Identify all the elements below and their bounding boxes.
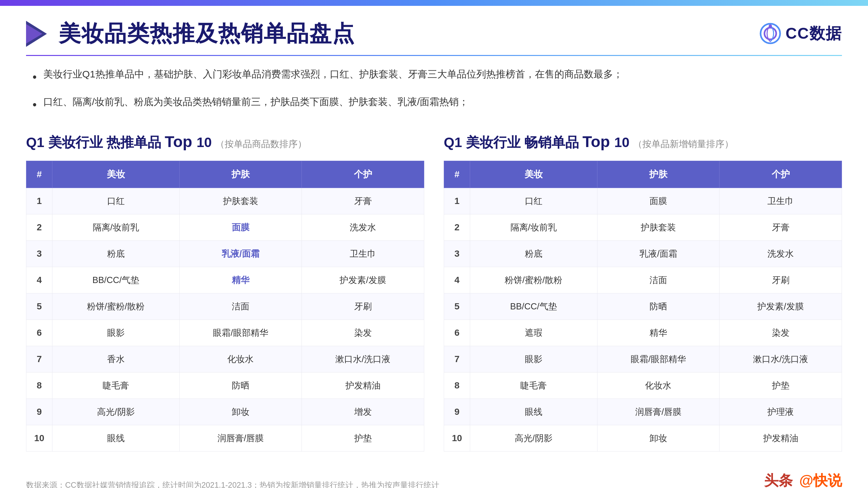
table1: # 美妆 护肤 个护 1 口红 护肤套装 牙膏 2 隔离/妆 bbox=[26, 161, 424, 452]
table2-col-personal: 个护 bbox=[719, 161, 842, 188]
cell-personal: 护发精油 bbox=[719, 425, 842, 451]
cell-makeup: 隔离/妆前乳 bbox=[470, 214, 597, 240]
footer: 数据来源：CC数据社媒营销情报追踪，统计时间为2021.1-2021.3；热销为… bbox=[0, 464, 868, 488]
cell-skincare: 面膜 bbox=[179, 214, 302, 240]
bullet-item-1: • 美妆行业Q1热推单品中，基础护肤、入门彩妆单品消费需求强烈，口红、护肤套装、… bbox=[33, 66, 835, 87]
cell-makeup: 眼线 bbox=[470, 398, 597, 425]
cell-personal: 护发素/发膜 bbox=[719, 293, 842, 320]
table-row: 6 遮瑕 精华 染发 bbox=[444, 320, 842, 346]
cell-skincare: 防晒 bbox=[597, 293, 719, 320]
table1-col-makeup: 美妆 bbox=[53, 161, 180, 188]
cell-makeup: 睫毛膏 bbox=[470, 372, 597, 398]
table-row: 6 眼影 眼霜/眼部精华 染发 bbox=[26, 320, 424, 346]
table-row: 4 粉饼/蜜粉/散粉 洁面 牙刷 bbox=[444, 267, 842, 293]
svg-point-3 bbox=[765, 28, 776, 39]
cell-skincare: 卸妆 bbox=[179, 398, 302, 425]
top-bar bbox=[0, 0, 868, 6]
table-row: 7 香水 化妆水 漱口水/洗口液 bbox=[26, 346, 424, 372]
cell-makeup: 遮瑕 bbox=[470, 320, 597, 346]
cell-makeup: 隔离/妆前乳 bbox=[53, 214, 180, 240]
footer-logo-kuaishou: @快说 bbox=[799, 471, 842, 488]
cell-skincare: 面膜 bbox=[597, 188, 719, 214]
cell-makeup: 眼线 bbox=[53, 425, 180, 451]
cell-skincare: 洁面 bbox=[179, 293, 302, 320]
cell-rank: 2 bbox=[26, 214, 53, 240]
bullet-dot-2: • bbox=[33, 95, 37, 115]
table2-head: # 美妆 护肤 个护 bbox=[444, 161, 842, 188]
cell-makeup: 粉饼/蜜粉/散粉 bbox=[470, 267, 597, 293]
table2-col-skincare: 护肤 bbox=[597, 161, 719, 188]
cell-makeup: 睫毛膏 bbox=[53, 372, 180, 398]
cell-rank: 4 bbox=[26, 267, 53, 293]
table2-container: CC数据 # 美妆 护肤 个护 1 口红 面膜 卫生巾 bbox=[444, 161, 842, 452]
table1-head: # 美妆 护肤 个护 bbox=[26, 161, 424, 188]
cell-makeup: 高光/阴影 bbox=[470, 425, 597, 451]
table-row: 4 BB/CC/气垫 精华 护发素/发膜 bbox=[26, 267, 424, 293]
table1-subtitle: （按单品商品数排序） bbox=[216, 139, 307, 149]
cell-personal: 护垫 bbox=[719, 372, 842, 398]
cell-rank: 8 bbox=[444, 372, 470, 398]
svg-point-4 bbox=[769, 24, 772, 28]
table1-body: 1 口红 护肤套装 牙膏 2 隔离/妆前乳 面膜 洗发水 3 粉底 乳液 bbox=[26, 188, 424, 451]
table-row: 1 口红 护肤套装 牙膏 bbox=[26, 188, 424, 214]
cell-rank: 7 bbox=[444, 346, 470, 372]
footer-logo-toutiao: 头条 bbox=[764, 471, 793, 488]
cell-makeup: BB/CC/气垫 bbox=[470, 293, 597, 320]
cell-makeup: 高光/阴影 bbox=[53, 398, 180, 425]
table1-block: Q1 美妆行业 热推单品 Top 10 （按单品商品数排序） CC数据 # 美妆… bbox=[26, 131, 424, 451]
cell-personal: 护发精油 bbox=[302, 372, 424, 398]
table1-col-personal: 个护 bbox=[302, 161, 424, 188]
cell-personal: 洗发水 bbox=[302, 214, 424, 240]
cell-personal: 染发 bbox=[302, 320, 424, 346]
cell-makeup: 粉底 bbox=[470, 240, 597, 267]
cell-rank: 7 bbox=[26, 346, 53, 372]
table-row: 2 隔离/妆前乳 面膜 洗发水 bbox=[26, 214, 424, 240]
table2-body: 1 口红 面膜 卫生巾 2 隔离/妆前乳 护肤套装 牙膏 3 粉底 乳液 bbox=[444, 188, 842, 451]
bullet-dot-1: • bbox=[33, 67, 37, 87]
cell-rank: 9 bbox=[444, 398, 470, 425]
cell-skincare: 乳液/面霜 bbox=[597, 240, 719, 267]
cell-personal: 护理液 bbox=[719, 398, 842, 425]
cell-rank: 10 bbox=[26, 425, 53, 451]
cell-skincare: 润唇膏/唇膜 bbox=[597, 398, 719, 425]
cell-skincare: 化妆水 bbox=[597, 372, 719, 398]
cell-rank: 6 bbox=[444, 320, 470, 346]
cell-rank: 10 bbox=[444, 425, 470, 451]
cell-rank: 5 bbox=[444, 293, 470, 320]
table-row: 10 眼线 润唇膏/唇膜 护垫 bbox=[26, 425, 424, 451]
title-arrow-icon bbox=[26, 21, 47, 47]
cell-makeup: 口红 bbox=[470, 188, 597, 214]
table1-title-prefix: Q1 美妆行业 热推单品 bbox=[26, 135, 161, 150]
table-row: 8 睫毛膏 防晒 护发精油 bbox=[26, 372, 424, 398]
cell-rank: 2 bbox=[444, 214, 470, 240]
table1-header-row: # 美妆 护肤 个护 bbox=[26, 161, 424, 188]
logo-area: CC数据 bbox=[759, 22, 842, 45]
cell-makeup: 粉底 bbox=[53, 240, 180, 267]
cell-makeup: 眼影 bbox=[470, 346, 597, 372]
cell-skincare: 防晒 bbox=[179, 372, 302, 398]
title-section: 美妆品类热推及热销单品盘点 bbox=[26, 19, 355, 48]
cell-rank: 4 bbox=[444, 267, 470, 293]
cell-personal: 卫生巾 bbox=[302, 240, 424, 267]
table-row: 9 高光/阴影 卸妆 增发 bbox=[26, 398, 424, 425]
table-row: 9 眼线 润唇膏/唇膜 护理液 bbox=[444, 398, 842, 425]
cell-makeup: 香水 bbox=[53, 346, 180, 372]
cell-skincare: 眼霜/眼部精华 bbox=[597, 346, 719, 372]
cell-makeup: BB/CC/气垫 bbox=[53, 267, 180, 293]
cell-personal: 牙膏 bbox=[302, 188, 424, 214]
footer-logos: 头条 @快说 bbox=[764, 471, 842, 488]
cell-rank: 8 bbox=[26, 372, 53, 398]
table2-top-text: Top bbox=[583, 133, 614, 150]
table-row: 7 眼影 眼霜/眼部精华 漱口水/洗口液 bbox=[444, 346, 842, 372]
tables-section: Q1 美妆行业 热推单品 Top 10 （按单品商品数排序） CC数据 # 美妆… bbox=[0, 124, 868, 464]
table1-container: CC数据 # 美妆 护肤 个护 1 口红 护肤套装 牙膏 bbox=[26, 161, 424, 452]
table-row: 8 睫毛膏 化妆水 护垫 bbox=[444, 372, 842, 398]
cell-skincare: 护肤套装 bbox=[597, 214, 719, 240]
cell-makeup: 粉饼/蜜粉/散粉 bbox=[53, 293, 180, 320]
table-row: 1 口红 面膜 卫生巾 bbox=[444, 188, 842, 214]
table1-top-text: Top bbox=[165, 133, 197, 150]
table2-header-row: # 美妆 护肤 个护 bbox=[444, 161, 842, 188]
cell-rank: 3 bbox=[26, 240, 53, 267]
table2-col-makeup: 美妆 bbox=[470, 161, 597, 188]
cell-rank: 9 bbox=[26, 398, 53, 425]
